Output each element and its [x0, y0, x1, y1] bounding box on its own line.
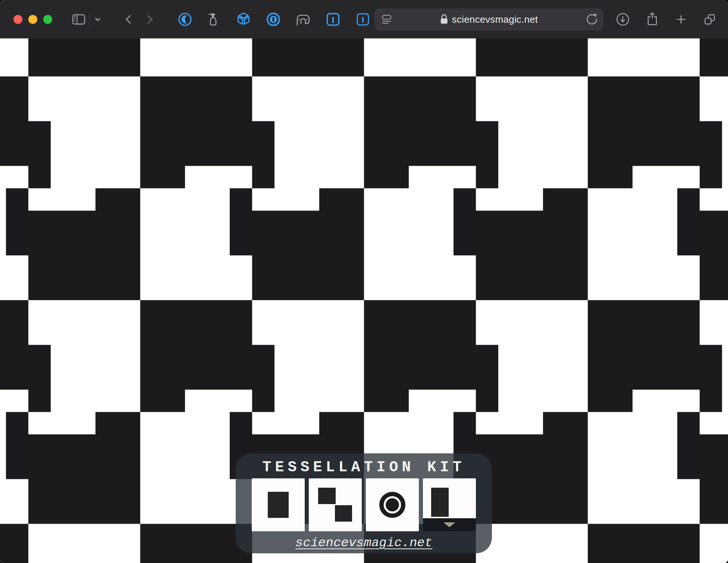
- chevron-left-icon: [123, 13, 133, 26]
- toolbar-divider: [90, 13, 90, 26]
- site-link[interactable]: sciencevsmagic.net: [295, 536, 432, 550]
- dropdown-arrow-icon: [443, 522, 455, 527]
- close-button[interactable]: [13, 15, 22, 24]
- extension-buttons: I I: [178, 12, 370, 27]
- text-badge-extension-button-2[interactable]: I: [355, 12, 370, 27]
- sidebar-toggle-button[interactable]: [72, 12, 86, 26]
- toolbar-actions: [616, 12, 717, 27]
- address-bar[interactable]: sciencevsmagic.net: [375, 9, 603, 30]
- tile-button-square[interactable]: [252, 478, 305, 531]
- browser-window: I I: [0, 0, 728, 563]
- back-button[interactable]: [123, 13, 133, 26]
- reload-button[interactable]: [586, 13, 598, 26]
- moon-icon: [178, 12, 192, 26]
- spray-bottle-icon: [207, 12, 221, 26]
- cube-icon: [236, 12, 251, 27]
- mammoth-icon: [296, 12, 311, 27]
- tab-overview-icon: [703, 12, 717, 26]
- mammoth-extension-button[interactable]: [296, 12, 311, 27]
- panel-title: TESSELLATION KIT: [262, 459, 465, 476]
- ring-tile-icon: [376, 489, 408, 521]
- window-controls: [13, 15, 52, 24]
- chevron-right-icon: [145, 13, 155, 26]
- tile-dropdown-strip[interactable]: [423, 518, 476, 531]
- minimize-button[interactable]: [28, 15, 37, 24]
- tile-button-ring[interactable]: [366, 478, 419, 531]
- text-badge-extension-button-1[interactable]: I: [326, 12, 341, 27]
- address-display: sciencevsmagic.net: [440, 13, 538, 25]
- page-format-button[interactable]: [381, 13, 392, 25]
- sidebar-icon: [72, 12, 86, 26]
- plus-icon: [675, 13, 687, 26]
- chevron-down-icon: [94, 16, 102, 22]
- rectangle-tile-icon: [431, 488, 449, 517]
- tile-button-diagonal-squares[interactable]: [309, 478, 362, 531]
- tile-button-rectangle[interactable]: [423, 478, 476, 531]
- tessellation-kit-panel: TESSELLATION KIT sciencev: [236, 453, 492, 553]
- share-button[interactable]: [645, 12, 659, 27]
- new-tab-button[interactable]: [675, 13, 687, 26]
- onepassword-icon: [266, 12, 281, 27]
- zoom-button[interactable]: [43, 15, 52, 24]
- show-tabs-button[interactable]: [703, 12, 717, 26]
- blocker-extension-button[interactable]: [236, 12, 251, 27]
- diagonal-squares-tile-icon: [335, 505, 352, 522]
- browser-toolbar: I I: [0, 0, 728, 38]
- square-tile-icon: [268, 492, 289, 518]
- share-icon: [645, 12, 659, 27]
- svg-text:I: I: [361, 15, 365, 24]
- diagonal-squares-tile-icon: [318, 488, 336, 504]
- reload-icon: [586, 13, 598, 26]
- letter-i-badge-icon: I: [326, 12, 341, 27]
- cleaner-extension-button[interactable]: [207, 12, 221, 26]
- download-icon: [616, 12, 630, 26]
- svg-text:I: I: [331, 15, 335, 24]
- onepassword-extension-button[interactable]: [266, 12, 281, 27]
- url-text: sciencevsmagic.net: [452, 13, 538, 25]
- letter-i-badge-icon: I: [355, 12, 370, 27]
- forward-button[interactable]: [145, 13, 155, 26]
- tab-group-chevron-button[interactable]: [94, 16, 102, 22]
- dark-mode-extension-button[interactable]: [178, 12, 192, 26]
- downloads-button[interactable]: [616, 12, 630, 26]
- tile-buttons-row: [252, 478, 476, 531]
- page-format-icon: [381, 13, 392, 25]
- lock-icon: [440, 14, 448, 25]
